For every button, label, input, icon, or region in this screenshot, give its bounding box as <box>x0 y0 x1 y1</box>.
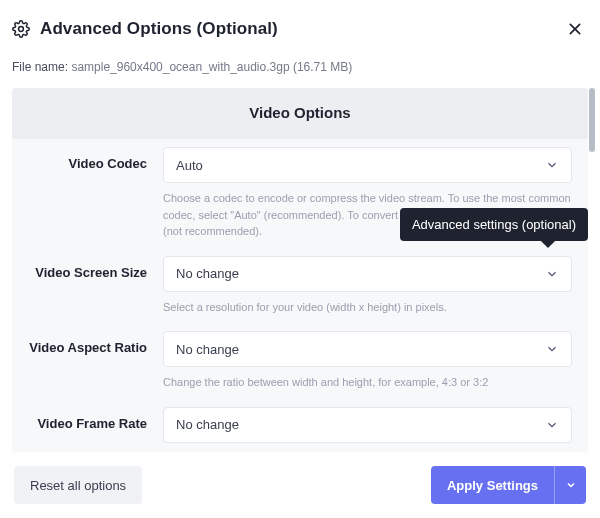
video-screen-size-select[interactable]: No change <box>163 256 572 292</box>
chevron-down-icon <box>545 342 559 356</box>
select-value: Auto <box>176 158 545 173</box>
file-size-value: (16.71 MB) <box>293 60 352 74</box>
chevron-down-icon <box>545 158 559 172</box>
options-scroll-area: Video Options Video Codec Auto Choose a … <box>12 88 588 452</box>
file-name-value: sample_960x400_ocean_with_audio.3gp <box>71 60 289 74</box>
apply-settings-dropdown[interactable] <box>554 466 586 504</box>
close-button[interactable] <box>564 18 586 40</box>
video-aspect-ratio-select[interactable]: No change <box>163 331 572 367</box>
field-video-aspect-ratio: Video Aspect Ratio No change Change the … <box>12 321 588 397</box>
field-label: Video Aspect Ratio <box>28 331 163 355</box>
close-icon <box>567 21 583 37</box>
section-title: Video Options <box>12 88 588 139</box>
field-help: Change FPS (frames per second) of video <box>163 450 572 453</box>
video-options-panel: Video Options Video Codec Auto Choose a … <box>12 88 588 452</box>
chevron-down-icon <box>545 267 559 281</box>
dialog-title: Advanced Options (Optional) <box>40 19 564 39</box>
advanced-options-dialog: Advanced Options (Optional) File name: s… <box>0 0 600 518</box>
field-help: Select a resolution for your video (widt… <box>163 299 572 316</box>
field-help: Choose a codec to encode or compress the… <box>163 190 572 240</box>
file-name-label: File name: <box>12 60 68 74</box>
field-video-screen-size: Video Screen Size No change Select a res… <box>12 246 588 322</box>
video-frame-rate-select[interactable]: No change <box>163 407 572 443</box>
select-value: No change <box>176 342 545 357</box>
field-help: Change the ratio between width and heigh… <box>163 374 572 391</box>
field-video-frame-rate: Video Frame Rate No change Change FPS (f… <box>12 397 588 453</box>
field-video-codec: Video Codec Auto Choose a codec to encod… <box>12 139 588 246</box>
field-label: Video Frame Rate <box>28 407 163 431</box>
gear-icon <box>12 20 30 38</box>
chevron-down-icon <box>565 479 577 491</box>
select-value: No change <box>176 266 545 281</box>
apply-button-group: Apply Settings <box>431 466 586 504</box>
video-codec-select[interactable]: Auto <box>163 147 572 183</box>
chevron-down-icon <box>545 418 559 432</box>
file-name-line: File name: sample_960x400_ocean_with_aud… <box>12 60 588 74</box>
field-label: Video Screen Size <box>28 256 163 280</box>
dialog-header: Advanced Options (Optional) <box>12 18 588 46</box>
dialog-footer: Reset all options Apply Settings <box>12 452 588 504</box>
field-label: Video Codec <box>28 147 163 171</box>
select-value: No change <box>176 417 545 432</box>
reset-all-button[interactable]: Reset all options <box>14 466 142 504</box>
apply-settings-button[interactable]: Apply Settings <box>431 466 554 504</box>
svg-point-0 <box>19 27 24 32</box>
scrollbar-thumb[interactable] <box>589 88 595 152</box>
